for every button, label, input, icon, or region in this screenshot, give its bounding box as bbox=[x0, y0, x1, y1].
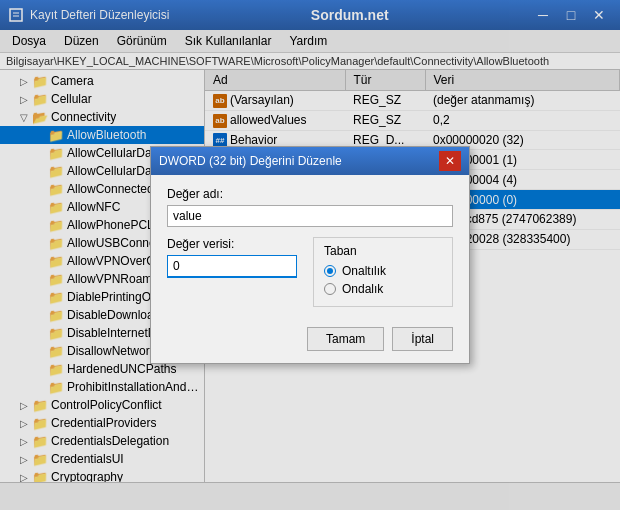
modal-overlay: DWORD (32 bit) Değerini Düzenle ✕ Değer … bbox=[0, 0, 620, 510]
radio-onaltilik-row[interactable]: Onaltılık bbox=[324, 264, 442, 278]
value-name-label: Değer adı: bbox=[167, 187, 453, 201]
value-data-input[interactable] bbox=[167, 255, 297, 278]
dword-edit-modal: DWORD (32 bit) Değerini Düzenle ✕ Değer … bbox=[150, 146, 470, 364]
radio-onaltilik[interactable] bbox=[324, 265, 336, 277]
radio-onaltilik-label: Onaltılık bbox=[342, 264, 386, 278]
cancel-button[interactable]: İptal bbox=[392, 327, 453, 351]
modal-title-bar: DWORD (32 bit) Değerini Düzenle ✕ bbox=[151, 147, 469, 175]
modal-title: DWORD (32 bit) Değerini Düzenle bbox=[159, 154, 342, 168]
modal-close-button[interactable]: ✕ bbox=[439, 151, 461, 171]
taban-label: Taban bbox=[324, 244, 442, 258]
taban-group: Taban Onaltılık Ondalık bbox=[313, 237, 453, 307]
radio-dot bbox=[327, 268, 333, 274]
modal-footer: Tamam İptal bbox=[151, 319, 469, 363]
value-name-input[interactable] bbox=[167, 205, 453, 227]
radio-ondalik[interactable] bbox=[324, 283, 336, 295]
modal-body: Değer adı: Değer verisi: Taban Onaltılık bbox=[151, 175, 469, 319]
radio-ondalik-label: Ondalık bbox=[342, 282, 383, 296]
value-data-label: Değer verisi: bbox=[167, 237, 297, 251]
ok-button[interactable]: Tamam bbox=[307, 327, 384, 351]
modal-data-row: Değer verisi: Taban Onaltılık Ondalık bbox=[167, 237, 453, 307]
radio-ondalik-row[interactable]: Ondalık bbox=[324, 282, 442, 296]
